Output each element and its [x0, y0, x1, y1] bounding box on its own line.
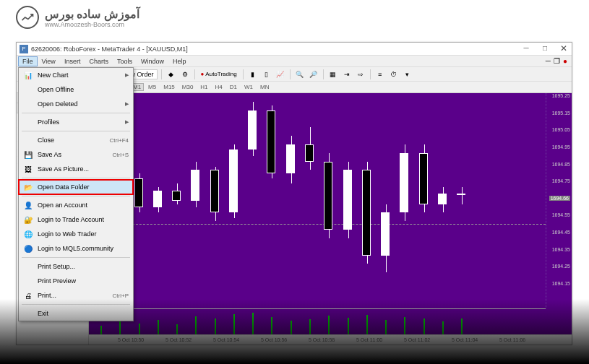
autoscroll-icon[interactable]: ⇨	[355, 69, 366, 80]
meta-editor-icon[interactable]: ◆	[165, 69, 177, 80]
time-tick: 5 Oct 11:04	[452, 337, 478, 342]
file-menu-print-[interactable]: 🖨Print...Ctrl+P	[19, 288, 133, 303]
indicators-icon[interactable]: ≡	[374, 69, 386, 80]
price-scale: 1695.251695.151695.051694.951694.851694.…	[546, 93, 572, 308]
menu-view[interactable]: View	[38, 56, 60, 66]
time-tick: 5 Oct 10:54	[213, 337, 239, 342]
timeframe-m30[interactable]: M30	[179, 83, 197, 91]
price-tick: 1695.25	[552, 93, 570, 98]
file-menu-print-setup-[interactable]: Print Setup...	[19, 259, 133, 274]
menu-file[interactable]: File	[18, 56, 38, 66]
child-close-button[interactable]: ●	[563, 57, 567, 65]
menu-item-icon: 🔐	[23, 214, 33, 225]
menu-tools[interactable]: Tools	[113, 56, 137, 66]
menu-charts[interactable]: Charts	[85, 56, 113, 66]
tile-icon[interactable]: ▦	[327, 69, 339, 80]
price-tick: 1694.66	[549, 196, 570, 201]
zoom-in-icon[interactable]: 🔍	[294, 69, 306, 80]
autotrading-button[interactable]: ●AutoTrading	[199, 70, 239, 78]
file-menu-save-as[interactable]: 💾Save AsCtrl+S	[19, 147, 133, 162]
time-tick: 5 Oct 10:50	[118, 337, 144, 342]
menu-window[interactable]: Window	[137, 56, 168, 66]
timeframe-mn[interactable]: MN	[257, 83, 272, 91]
menu-item-icon: 📂	[23, 182, 33, 192]
timeframe-h4[interactable]: H4	[212, 83, 225, 91]
file-menu-login-to-mql-community[interactable]: 🔵Login to MQL5.community	[19, 241, 133, 256]
app-window: F 62620006: RoboForex - MetaTrader 4 - […	[16, 42, 572, 345]
time-tick: 5 Oct 10:56	[261, 337, 287, 342]
menu-item-icon: 🌐	[23, 229, 33, 239]
file-menu-exit[interactable]: Exit	[19, 306, 133, 321]
file-menu-open-an-account[interactable]: 👤Open an Account	[19, 198, 133, 212]
time-scale: 5 Oct 10:505 Oct 10:525 Oct 10:545 Oct 1…	[89, 334, 572, 344]
timeframe-m5[interactable]: M5	[145, 83, 159, 91]
line-chart-icon[interactable]: 📈	[275, 69, 286, 80]
minimize-button[interactable]: ─	[521, 44, 531, 54]
time-tick: 5 Oct 11:02	[404, 337, 430, 342]
menu-help[interactable]: Help	[168, 56, 191, 66]
templates-icon[interactable]: ▾	[402, 69, 413, 80]
time-tick: 5 Oct 10:52	[165, 337, 192, 342]
file-menu-login-to-trade-account[interactable]: 🔐Login to Trade Account	[19, 212, 133, 227]
file-menu-open-offline[interactable]: Open Offline	[19, 82, 133, 97]
titlebar: F 62620006: RoboForex - MetaTrader 4 - […	[17, 43, 572, 56]
menu-item-icon: 💾	[23, 150, 33, 160]
bar-chart-icon[interactable]: ▮	[247, 69, 259, 80]
price-tick: 1695.05	[552, 127, 570, 132]
file-menu-open-data-folder[interactable]: 📂Open Data Folder	[19, 180, 133, 194]
price-tick: 1694.35	[552, 247, 570, 252]
time-tick: 5 Oct 11:00	[356, 337, 382, 342]
timeframe-w1[interactable]: W1	[241, 83, 256, 91]
file-menu-profiles[interactable]: Profiles▶	[19, 115, 133, 129]
volume-pane: Volumes 22	[89, 308, 546, 334]
price-tick: 1695.15	[552, 110, 570, 116]
menu-item-icon	[23, 84, 33, 95]
price-tick: 1694.95	[552, 144, 570, 150]
menu-insert[interactable]: Insert	[60, 56, 85, 66]
child-minimize-button[interactable]: ─	[546, 57, 551, 65]
menu-item-icon: 🖨	[23, 290, 33, 300]
file-menu-open-deleted[interactable]: Open Deleted▶	[19, 97, 133, 111]
menu-item-icon	[23, 276, 33, 286]
menu-item-icon: 🔵	[23, 243, 33, 254]
zoom-out-icon[interactable]: 🔎	[308, 69, 319, 80]
watermark-logo-icon	[16, 6, 39, 29]
price-tick: 1694.25	[552, 264, 570, 269]
price-tick: 1694.15	[552, 281, 570, 286]
watermark-url: www.Amoozesh-Boors.com	[45, 21, 139, 28]
timeframe-d1[interactable]: D1	[227, 83, 240, 91]
maximize-button[interactable]: □	[540, 44, 550, 54]
menubar: FileViewInsertChartsToolsWindowHelp ─ ❐ …	[17, 56, 572, 67]
time-tick: 5 Oct 11:06	[499, 337, 525, 342]
menu-item-icon	[23, 135, 33, 145]
periodicity-icon[interactable]: ⏱	[388, 69, 400, 80]
time-tick: 5 Oct 10:58	[309, 337, 335, 342]
timeframe-m15[interactable]: M15	[160, 83, 178, 91]
menu-item-icon	[23, 308, 33, 318]
child-restore-button[interactable]: ❐	[554, 57, 560, 65]
price-tick: 1694.55	[552, 212, 570, 217]
shift-icon[interactable]: ⇥	[341, 69, 353, 80]
file-menu-new-chart[interactable]: 📊New Chart▶	[19, 68, 133, 82]
app-icon: F	[20, 45, 28, 53]
watermark-title: آموزش ساده بورس	[45, 7, 139, 21]
menu-item-icon	[23, 99, 33, 109]
file-menu-dropdown: 📊New Chart▶Open OfflineOpen Deleted▶Prof…	[18, 67, 134, 321]
menu-item-icon	[23, 261, 33, 272]
window-title: 62620006: RoboForex - MetaTrader 4 - [XA…	[31, 46, 521, 53]
file-menu-close[interactable]: CloseCtrl+F4	[19, 133, 133, 147]
file-menu-print-preview[interactable]: Print Preview	[19, 274, 133, 288]
close-button[interactable]: ✕	[559, 44, 569, 54]
price-tick: 1694.75	[552, 178, 570, 183]
file-menu-save-as-picture-[interactable]: 🖼Save As Picture...	[19, 162, 133, 176]
options-icon[interactable]: ⚙	[179, 69, 191, 80]
menu-item-icon: 🖼	[23, 164, 33, 174]
price-tick: 1694.85	[552, 162, 570, 167]
candle-chart-icon[interactable]: ▯	[261, 69, 272, 80]
menu-item-icon	[23, 117, 33, 127]
timeframe-h1[interactable]: H1	[197, 83, 210, 91]
watermark: آموزش ساده بورس www.Amoozesh-Boors.com	[16, 6, 139, 29]
chart-area[interactable]: 1695.251695.151695.051694.951694.851694.…	[89, 93, 572, 344]
file-menu-login-to-web-trader[interactable]: 🌐Login to Web Trader	[19, 227, 133, 241]
menu-item-icon: 📊	[23, 70, 33, 80]
